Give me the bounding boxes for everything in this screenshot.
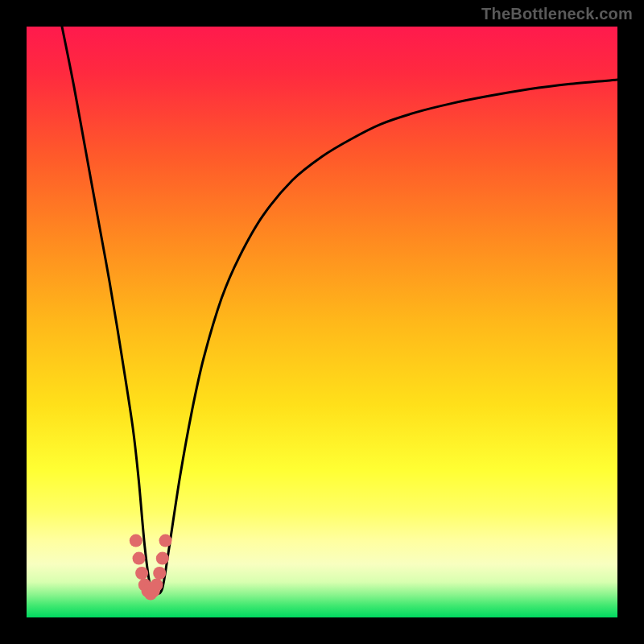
watermark-text: TheBottleneck.com	[481, 5, 633, 23]
highlight-marker	[133, 552, 146, 565]
bottleneck-curve-svg	[27, 27, 617, 617]
highlight-marker	[156, 552, 169, 565]
highlight-marker	[151, 579, 163, 592]
highlight-marker	[130, 535, 142, 547]
chart-plot-area	[27, 27, 617, 617]
highlight-marker	[159, 535, 172, 547]
highlight-marker	[135, 567, 148, 580]
bottleneck-curve-line	[62, 27, 617, 594]
highlight-marker	[153, 567, 166, 580]
